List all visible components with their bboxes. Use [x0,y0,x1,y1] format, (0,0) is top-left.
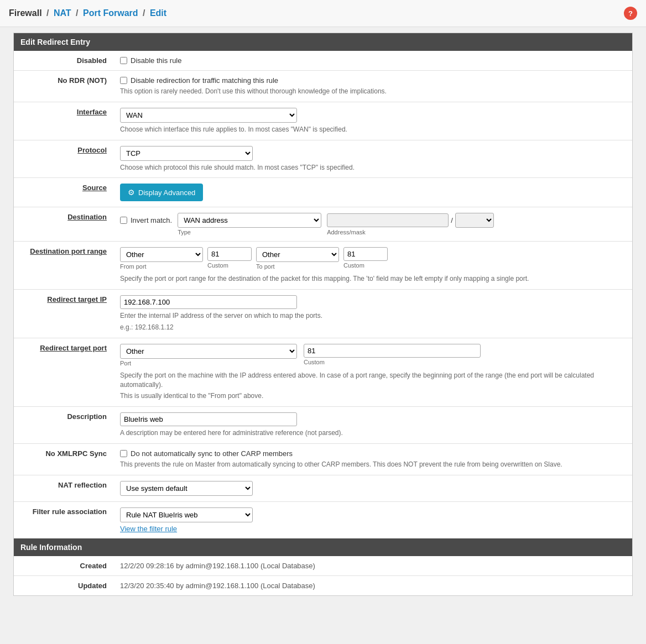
redirect-target-port-content: Other Any HTTP HTTPS FTP SSH Port Custom [113,338,632,406]
nat-reflection-row: NAT reflection Use system default Enable… [14,475,632,501]
no-rdr-checkbox[interactable] [120,77,127,84]
rule-info-section-header: Rule Information [14,538,632,556]
no-xmlrpc-sync-content: Do not automatically sync to other CARP … [113,443,632,475]
interface-label: Interface [14,102,113,140]
no-rdr-label: No RDR (NOT) [14,71,113,102]
redirect-target-port-inputs: Other Any HTTP HTTPS FTP SSH Port Custom [120,344,626,366]
to-port-sublabel: To port [256,263,339,270]
redirect-port-sublabel: Port [120,360,297,366]
to-port-group: Other Any HTTP HTTPS FTP SSH To port [256,247,339,270]
no-rdr-row: No RDR (NOT) Disable redirection for tra… [14,71,632,102]
redirect-target-port-help1: Specify the port on the machine with the… [120,371,626,390]
destination-label: Destination [14,207,113,242]
destination-port-content: Other Any HTTP HTTPS FTP SSH From port C… [113,242,632,290]
redirect-target-ip-help1: Enter the internal IP address of the ser… [120,311,626,321]
description-help: A description may be entered here for ad… [120,428,626,438]
breadcrumb-firewall: Firewall [9,8,42,18]
destination-invert-checkbox[interactable] [120,217,127,224]
destination-mask-select[interactable] [455,213,494,228]
destination-address-input[interactable] [327,213,449,227]
display-advanced-label: Display Advanced [138,189,195,197]
disabled-checkbox-text: Disable this rule [131,56,182,65]
from-port-select[interactable]: Other Any HTTP HTTPS FTP SSH [120,247,203,262]
redirect-target-ip-content: Enter the internal IP address of the ser… [113,290,632,338]
source-content: ⚙ Display Advanced [113,178,632,207]
breadcrumb-nat[interactable]: NAT [54,8,71,18]
to-custom-sublabel: Custom [343,262,388,269]
filter-rule-association-label: Filter rule association [14,501,113,538]
updated-value: 12/3/20 20:35:40 by admin@192.168.1.100 … [113,575,632,595]
no-rdr-checkbox-text: Disable redirection for traffic matching… [131,76,278,85]
port-range-inputs: Other Any HTTP HTTPS FTP SSH From port C… [120,247,626,270]
interface-content: WAN LAN OPT1 Choose which interface this… [113,102,632,140]
interface-select[interactable]: WAN LAN OPT1 [120,108,297,123]
no-xmlrpc-sync-checkbox[interactable] [120,450,127,457]
from-custom-input[interactable] [207,247,252,261]
description-row: Description A description may be entered… [14,407,632,444]
no-xmlrpc-sync-text: Do not automatically sync to other CARP … [131,449,293,458]
filter-rule-association-select[interactable]: Rule NAT BlueIris web None Pass [120,507,253,522]
display-advanced-button[interactable]: ⚙ Display Advanced [120,184,203,201]
updated-label: Updated [14,575,113,595]
interface-help: Choose which interface this rule applies… [120,125,626,134]
nat-reflection-content: Use system default Enable Disable [113,475,632,501]
from-port-sublabel: From port [120,263,203,270]
to-custom-input[interactable] [343,247,388,261]
nat-reflection-label: NAT reflection [14,475,113,501]
breadcrumb-edit[interactable]: Edit [150,8,166,18]
no-xmlrpc-sync-checkbox-label[interactable]: Do not automatically sync to other CARP … [120,449,626,458]
view-filter-rule-link[interactable]: View the filter rule [120,525,177,533]
updated-row: Updated 12/3/20 20:35:40 by admin@192.16… [14,575,632,595]
destination-port-range-row: Destination port range Other Any HTTP HT… [14,242,632,290]
destination-address-sublabel: Address/mask [327,229,494,235]
no-rdr-checkbox-label[interactable]: Disable redirection for traffic matching… [120,76,626,85]
disabled-label: Disabled [14,51,113,71]
destination-row: Destination Invert match. WAN address LA… [14,207,632,242]
redirect-target-ip-input[interactable] [120,295,297,309]
disabled-row: Disabled Disable this rule [14,51,632,71]
description-input[interactable] [120,412,297,426]
filter-rule-association-content: Rule NAT BlueIris web None Pass View the… [113,501,632,538]
destination-type-sublabel: Type [178,229,321,235]
destination-type-group: WAN address LAN address Any Single host … [178,213,321,235]
filter-rule-association-row: Filter rule association Rule NAT BlueIri… [14,501,632,538]
redirect-target-ip-help2: e.g.: 192.168.1.12 [120,323,626,332]
breadcrumb-port-forward[interactable]: Port Forward [83,8,138,18]
gear-icon: ⚙ [128,188,135,197]
redirect-target-ip-label: Redirect target IP [14,290,113,338]
disabled-checkbox[interactable] [120,57,127,64]
redirect-custom-input[interactable] [304,344,481,358]
redirect-target-port-row: Redirect target port Other Any HTTP HTTP… [14,338,632,406]
help-icon[interactable]: ? [624,7,637,20]
rule-info-table: Created 12/2/20 09:28:16 by admin@192.16… [14,556,632,595]
protocol-help: Choose which protocol this rule should m… [120,163,626,172]
disabled-checkbox-label[interactable]: Disable this rule [120,56,626,65]
interface-row: Interface WAN LAN OPT1 Choose which inte… [14,102,632,140]
to-port-select[interactable]: Other Any HTTP HTTPS FTP SSH [256,247,339,262]
redirect-port-group: Other Any HTTP HTTPS FTP SSH Port [120,344,297,366]
redirect-custom-group: Custom [304,344,481,366]
destination-slash: / [451,216,453,224]
main-container: Edit Redirect Entry Disabled Disable thi… [13,33,633,596]
destination-invert-group: Invert match. [120,213,172,224]
from-port-group: Other Any HTTP HTTPS FTP SSH From port [120,247,203,270]
destination-port-help: Specify the port or port range for the d… [120,274,626,284]
redirect-custom-sublabel: Custom [304,359,481,365]
protocol-content: TCP UDP TCP/UDP ICMP Any Choose which pr… [113,140,632,178]
nat-reflection-select[interactable]: Use system default Enable Disable [120,481,253,496]
created-value: 12/2/20 09:28:16 by admin@192.168.1.100 … [113,556,632,576]
no-xmlrpc-sync-help: This prevents the rule on Master from au… [120,460,626,469]
disabled-content: Disable this rule [113,51,632,71]
edit-section-header: Edit Redirect Entry [14,33,632,51]
protocol-select[interactable]: TCP UDP TCP/UDP ICMP Any [120,146,253,161]
no-rdr-content: Disable redirection for traffic matching… [113,71,632,102]
edit-form-table: Disabled Disable this rule No RDR (NOT) … [14,51,632,538]
created-label: Created [14,556,113,576]
redirect-port-select[interactable]: Other Any HTTP HTTPS FTP SSH [120,344,297,359]
protocol-row: Protocol TCP UDP TCP/UDP ICMP Any Choose… [14,140,632,178]
description-content: A description may be entered here for ad… [113,407,632,444]
header-bar: Firewall / NAT / Port Forward / Edit ? [0,0,646,27]
destination-type-select[interactable]: WAN address LAN address Any Single host … [178,213,321,228]
from-custom-group: Custom [207,247,252,269]
no-xmlrpc-sync-label: No XMLRPC Sync [14,443,113,475]
